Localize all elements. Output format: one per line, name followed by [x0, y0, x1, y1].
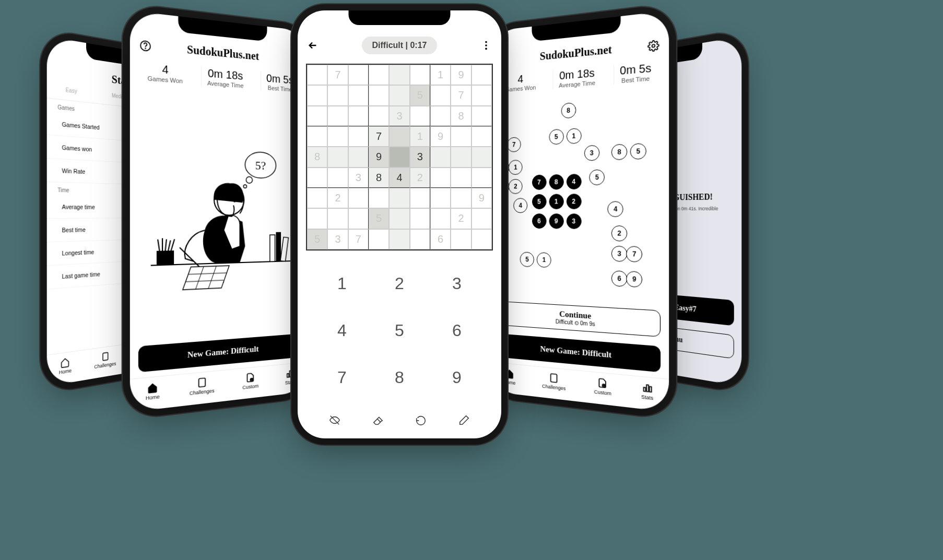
nav-home[interactable]: Home — [503, 367, 515, 386]
cell[interactable] — [389, 208, 409, 229]
cell[interactable]: 7 — [327, 65, 348, 85]
nav-home[interactable]: Home — [59, 356, 72, 375]
cell[interactable] — [451, 126, 471, 147]
nav-custom[interactable]: Custom — [594, 377, 611, 397]
cell[interactable] — [430, 147, 451, 167]
cell[interactable] — [348, 208, 369, 229]
num-3[interactable]: 3 — [428, 260, 486, 307]
cell[interactable]: 5 — [307, 229, 327, 249]
cell[interactable]: 4 — [389, 168, 409, 188]
nav-challenges[interactable]: Challenges — [542, 372, 565, 391]
cell[interactable] — [389, 147, 409, 167]
cell[interactable] — [430, 85, 451, 105]
cell[interactable]: 3 — [348, 168, 369, 188]
cell[interactable] — [471, 65, 492, 85]
nav-stats[interactable]: Stats — [641, 382, 653, 401]
cell[interactable]: 2 — [451, 208, 471, 229]
cell[interactable]: 6 — [430, 229, 451, 249]
num-8[interactable]: 8 — [371, 354, 428, 401]
cell[interactable] — [327, 106, 348, 126]
cell[interactable] — [430, 168, 451, 188]
cell[interactable] — [389, 229, 409, 249]
nav-challenges[interactable]: Challenges — [95, 350, 116, 370]
cell[interactable] — [369, 85, 389, 105]
cell[interactable] — [327, 126, 348, 147]
cell[interactable] — [327, 85, 348, 105]
num-6[interactable]: 6 — [428, 307, 486, 354]
num-5[interactable]: 5 — [371, 307, 428, 354]
cell[interactable] — [307, 168, 327, 188]
cell[interactable] — [471, 208, 492, 229]
cell[interactable]: 2 — [410, 168, 430, 188]
cell[interactable] — [348, 126, 369, 147]
cell[interactable]: 9 — [369, 147, 389, 167]
cell[interactable] — [471, 126, 492, 147]
cell[interactable] — [369, 106, 389, 126]
cell[interactable]: 3 — [410, 147, 430, 167]
cell[interactable] — [471, 147, 492, 167]
cell[interactable] — [410, 208, 430, 229]
cell[interactable] — [451, 229, 471, 249]
cell[interactable] — [430, 208, 451, 229]
cell[interactable] — [369, 188, 389, 208]
cell[interactable] — [389, 126, 409, 147]
cell[interactable]: 5 — [369, 208, 389, 229]
nav-stats[interactable]: Stats — [285, 367, 295, 385]
cell[interactable] — [410, 229, 430, 249]
cell[interactable] — [327, 168, 348, 188]
num-1[interactable]: 1 — [313, 260, 371, 307]
cell[interactable] — [369, 65, 389, 85]
cell[interactable] — [430, 106, 451, 126]
more-icon[interactable] — [480, 40, 492, 51]
cell[interactable] — [348, 65, 369, 85]
undo-icon[interactable] — [415, 414, 427, 426]
cell[interactable]: 8 — [307, 147, 327, 167]
hint-off-icon[interactable] — [329, 414, 340, 426]
cell[interactable] — [451, 147, 471, 167]
cell[interactable] — [307, 106, 327, 126]
tab-easy[interactable]: Easy — [65, 87, 77, 98]
cell[interactable] — [430, 188, 451, 208]
cell[interactable]: 9 — [430, 126, 451, 147]
cell[interactable]: 9 — [451, 65, 471, 85]
cell[interactable] — [410, 188, 430, 208]
cell[interactable]: 5 — [410, 85, 430, 105]
cell[interactable] — [471, 106, 492, 126]
cell[interactable] — [348, 85, 369, 105]
cell[interactable] — [369, 229, 389, 249]
cell[interactable] — [348, 106, 369, 126]
cell[interactable] — [451, 168, 471, 188]
erase-icon[interactable] — [372, 414, 384, 426]
cell[interactable]: 3 — [327, 229, 348, 249]
cell[interactable] — [471, 229, 492, 249]
num-7[interactable]: 7 — [313, 354, 371, 401]
cell[interactable] — [327, 208, 348, 229]
num-9[interactable]: 9 — [428, 354, 486, 401]
cell[interactable] — [410, 65, 430, 85]
cell[interactable] — [389, 188, 409, 208]
nav-challenges[interactable]: Challenges — [190, 376, 215, 396]
num-2[interactable]: 2 — [371, 260, 428, 307]
gear-icon[interactable] — [647, 39, 659, 52]
cell[interactable]: 8 — [451, 106, 471, 126]
back-icon[interactable] — [307, 40, 319, 51]
cell[interactable] — [307, 208, 327, 229]
cell[interactable]: 9 — [471, 188, 492, 208]
cell[interactable]: 3 — [389, 106, 409, 126]
nav-home[interactable]: Home — [146, 381, 160, 401]
cell[interactable] — [348, 147, 369, 167]
cell[interactable] — [307, 65, 327, 85]
help-icon[interactable] — [139, 39, 151, 52]
cell[interactable] — [471, 168, 492, 188]
cell[interactable] — [410, 106, 430, 126]
cell[interactable] — [451, 188, 471, 208]
cell[interactable] — [389, 85, 409, 105]
cell[interactable] — [348, 188, 369, 208]
cell[interactable]: 8 — [369, 168, 389, 188]
cell[interactable] — [471, 85, 492, 105]
sudoku-grid[interactable]: 7195738719893384229525376 — [306, 64, 493, 251]
cell[interactable]: 1 — [410, 126, 430, 147]
nav-custom[interactable]: Custom — [242, 371, 258, 390]
cell[interactable]: 1 — [430, 65, 451, 85]
cell[interactable] — [307, 188, 327, 208]
